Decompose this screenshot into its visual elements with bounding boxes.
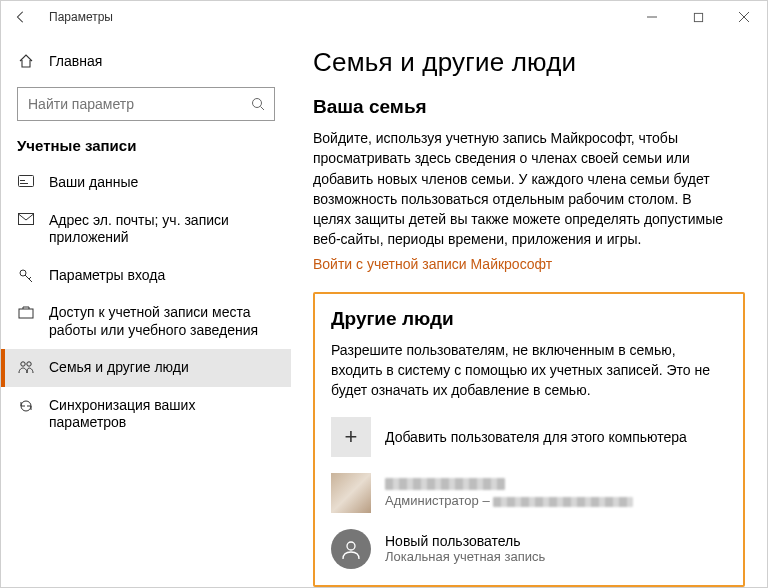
other-people-highlight: Другие люди Разрешите пользователям, не … <box>313 292 745 587</box>
svg-line-11 <box>25 275 32 282</box>
sidebar-item-label: Семья и другие люди <box>49 359 275 377</box>
minimize-button[interactable] <box>629 1 675 33</box>
other-people-text: Разрешите пользователям, не включенным в… <box>331 340 727 401</box>
avatar-generic-icon <box>331 529 371 569</box>
sidebar-item-label: Ваши данные <box>49 174 275 192</box>
avatar <box>331 473 371 513</box>
search-input[interactable] <box>28 96 250 112</box>
back-button[interactable] <box>9 5 33 29</box>
search-icon <box>250 96 266 112</box>
svg-point-4 <box>253 99 262 108</box>
sidebar-item-work-access[interactable]: Доступ к учетной записи места работы или… <box>1 294 291 349</box>
sidebar-item-your-info[interactable]: Ваши данные <box>1 164 291 202</box>
sidebar-item-label: Параметры входа <box>49 267 275 285</box>
sidebar-item-label: Доступ к учетной записи места работы или… <box>49 304 275 339</box>
window-title: Параметры <box>49 10 629 24</box>
sidebar: Главная Учетные записи Ваши данные А <box>1 33 291 587</box>
svg-rect-8 <box>20 183 28 184</box>
sidebar-item-label: Адрес эл. почты; уч. записи приложений <box>49 212 275 247</box>
body: Главная Учетные записи Ваши данные А <box>1 33 767 587</box>
sidebar-home[interactable]: Главная <box>1 41 291 81</box>
user-subtitle: Локальная учетная запись <box>385 549 545 564</box>
svg-rect-13 <box>19 309 33 318</box>
maximize-button[interactable] <box>675 1 721 33</box>
mail-icon <box>17 213 35 225</box>
add-user-label: Добавить пользователя для этого компьюте… <box>385 429 687 445</box>
svg-line-5 <box>261 107 265 111</box>
family-section-text: Войдите, используя учетную запись Майкро… <box>313 128 733 250</box>
sidebar-item-label: Синхронизация ваших параметров <box>49 397 275 432</box>
content: Семья и другие люди Ваша семья Войдите, … <box>291 33 767 587</box>
svg-rect-7 <box>20 180 25 181</box>
sync-icon <box>17 398 35 414</box>
family-section-title: Ваша семья <box>313 96 745 118</box>
sidebar-home-label: Главная <box>49 53 102 69</box>
signin-ms-link[interactable]: Войти с учетной записи Майкрософт <box>313 256 745 272</box>
page-title: Семья и другие люди <box>313 47 745 78</box>
search-box[interactable] <box>17 87 275 121</box>
svg-point-15 <box>27 362 31 366</box>
key-icon <box>17 268 35 284</box>
sidebar-item-family[interactable]: Семья и другие люди <box>1 349 291 387</box>
user-name: Новый пользователь <box>385 533 545 549</box>
sidebar-item-email-accounts[interactable]: Адрес эл. почты; уч. записи приложений <box>1 202 291 257</box>
user-row-new[interactable]: Новый пользователь Локальная учетная зап… <box>331 529 727 569</box>
svg-point-16 <box>347 542 355 550</box>
sidebar-item-sync[interactable]: Синхронизация ваших параметров <box>1 387 291 442</box>
settings-window: Параметры Главная <box>0 0 768 588</box>
svg-rect-1 <box>694 13 702 21</box>
other-people-title: Другие люди <box>331 308 727 330</box>
sidebar-item-signin-options[interactable]: Параметры входа <box>1 257 291 295</box>
user-name-redacted <box>385 477 633 493</box>
briefcase-icon <box>17 305 35 319</box>
card-icon <box>17 175 35 187</box>
add-user-row[interactable]: + Добавить пользователя для этого компью… <box>331 417 727 457</box>
home-icon <box>17 53 35 69</box>
plus-icon: + <box>331 417 371 457</box>
people-icon <box>17 360 35 374</box>
window-controls <box>629 1 767 33</box>
svg-point-14 <box>21 362 25 366</box>
user-row-admin[interactable]: Администратор – <box>331 473 727 513</box>
titlebar: Параметры <box>1 1 767 33</box>
user-subtitle: Администратор – <box>385 493 633 508</box>
close-button[interactable] <box>721 1 767 33</box>
svg-line-12 <box>29 277 31 279</box>
sidebar-section-header: Учетные записи <box>1 131 291 164</box>
svg-rect-9 <box>19 213 34 224</box>
